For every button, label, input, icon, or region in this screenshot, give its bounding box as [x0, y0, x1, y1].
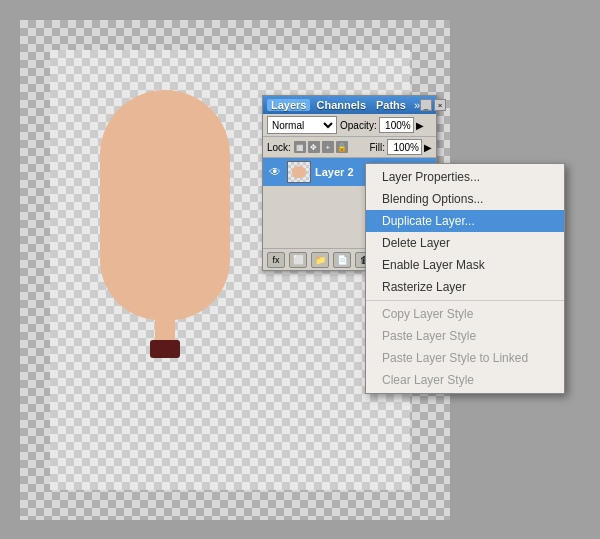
balloon-neck [155, 312, 175, 342]
balloon-tie [150, 340, 180, 358]
menu-item-rasterize-layer[interactable]: Rasterize Layer [366, 276, 564, 298]
opacity-arrow[interactable]: ▶ [416, 120, 424, 131]
layer-name: Layer 2 [315, 166, 354, 178]
fill-row: Fill: ▶ [369, 139, 432, 155]
opacity-label: Opacity: [340, 120, 377, 131]
new-group-button[interactable]: 📁 [311, 252, 329, 268]
menu-item-enable-layer-mask[interactable]: Enable Layer Mask [366, 254, 564, 276]
minimize-button[interactable]: _ [420, 99, 432, 111]
panel-tabs: Layers Channels Paths » [267, 99, 420, 111]
tab-paths[interactable]: Paths [372, 99, 410, 111]
balloon-head [100, 90, 230, 320]
fill-input[interactable] [387, 139, 422, 155]
menu-item-layer-properties[interactable]: Layer Properties... [366, 166, 564, 188]
menu-separator [366, 300, 564, 301]
opacity-input[interactable] [379, 117, 414, 133]
menu-item-blending-options[interactable]: Blending Options... [366, 188, 564, 210]
menu-item-copy-layer-style: Copy Layer Style [366, 303, 564, 325]
lock-image-icon[interactable]: ✥ [308, 141, 320, 153]
lock-fill-row: Lock: ▦ ✥ + 🔒 Fill: ▶ [263, 137, 436, 158]
layer-thumbnail [287, 161, 311, 183]
panel-titlebar-controls: _ × [420, 99, 446, 111]
context-menu: Layer Properties... Blending Options... … [365, 163, 565, 394]
menu-item-clear-layer-style: Clear Layer Style [366, 369, 564, 391]
lock-label: Lock: [267, 142, 291, 153]
menu-item-paste-layer-style: Paste Layer Style [366, 325, 564, 347]
fill-arrow[interactable]: ▶ [424, 142, 432, 153]
menu-item-duplicate-layer[interactable]: Duplicate Layer... [366, 210, 564, 232]
add-mask-button[interactable]: ⬜ [289, 252, 307, 268]
lock-icons: ▦ ✥ + 🔒 [294, 141, 348, 153]
blend-opacity-toolbar: Normal Multiply Screen Opacity: ▶ [263, 114, 436, 137]
close-button[interactable]: × [434, 99, 446, 111]
layer-thumb-color [292, 166, 306, 178]
layer-styles-button[interactable]: fx [267, 252, 285, 268]
tab-channels[interactable]: Channels [312, 99, 370, 111]
layer-visibility-icon[interactable]: 👁 [267, 164, 283, 180]
tab-layers[interactable]: Layers [267, 99, 310, 111]
lock-position-icon[interactable]: + [322, 141, 334, 153]
layer-thumb-checkers [288, 162, 310, 182]
new-layer-button[interactable]: 📄 [333, 252, 351, 268]
panel-titlebar: Layers Channels Paths » _ × [263, 96, 436, 114]
menu-item-paste-layer-style-to-linked: Paste Layer Style to Linked [366, 347, 564, 369]
opacity-row: Opacity: ▶ [340, 117, 424, 133]
menu-item-delete-layer[interactable]: Delete Layer [366, 232, 564, 254]
fill-label: Fill: [369, 142, 385, 153]
lock-transparent-icon[interactable]: ▦ [294, 141, 306, 153]
lock-all-icon[interactable]: 🔒 [336, 141, 348, 153]
blend-mode-select[interactable]: Normal Multiply Screen [267, 116, 337, 134]
balloon-shape [100, 90, 230, 370]
